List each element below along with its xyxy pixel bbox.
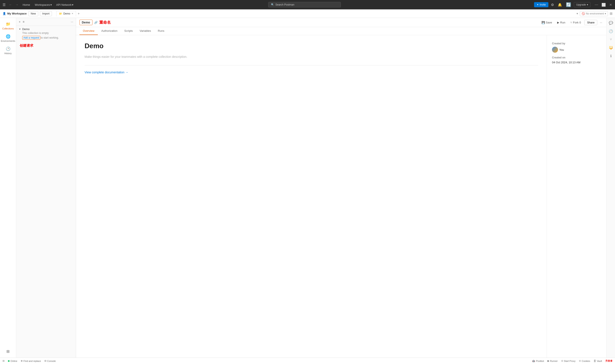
tab-overview[interactable]: Overview bbox=[79, 27, 98, 35]
collection-title: Demo bbox=[84, 42, 538, 50]
import-button[interactable]: Import bbox=[40, 11, 52, 16]
content-tabs: Overview Authorization Scripts Variables… bbox=[76, 27, 606, 35]
history-icon: 🕐 bbox=[6, 47, 11, 51]
forward-arrow[interactable]: → bbox=[14, 2, 19, 7]
chinese-create-label: 创建请求 bbox=[16, 42, 76, 50]
save-button[interactable]: 💾 Save bbox=[540, 20, 554, 25]
new-button[interactable]: New bbox=[28, 11, 38, 16]
run-button[interactable]: ▶ Run bbox=[555, 20, 567, 25]
find-replace-button[interactable]: ⊕ Find and replace bbox=[21, 360, 41, 362]
sidebar-item-apps[interactable]: ⊞ bbox=[1, 347, 15, 356]
tab-bar: 📁 Demo ✕ + bbox=[56, 11, 575, 16]
comments-icon[interactable]: 💬 bbox=[608, 20, 614, 26]
right-info: Created by You Created on 04 Oct 2024, 1… bbox=[547, 35, 606, 358]
search-bar: 🔍 Search Postman bbox=[76, 2, 533, 7]
tab-variables[interactable]: Variables bbox=[136, 27, 154, 35]
fork-button[interactable]: ⑂ Fork 0 bbox=[569, 20, 583, 25]
console-icon: ⊟ bbox=[44, 360, 46, 362]
fork-right-icon[interactable]: 🔱 bbox=[608, 44, 614, 51]
proxy-icon: ⊙ bbox=[561, 360, 563, 362]
add-tab-button[interactable]: + bbox=[76, 11, 81, 16]
cookies-icon: ⊙ bbox=[579, 360, 581, 362]
sidebar-item-collections[interactable]: 📁 Collections bbox=[1, 20, 15, 32]
bottom-right: 🤖 Postbot ▶ Runner ⊙ Start Proxy ⊙ Cooki… bbox=[532, 359, 613, 363]
postbot-button[interactable]: 🤖 Postbot bbox=[532, 360, 544, 362]
workspace-bar: 👤 My Workspace New Import 📁 Demo ✕ + ▾ 🚫… bbox=[0, 9, 615, 18]
cookies-button[interactable]: ⊙ Cookies bbox=[579, 360, 590, 362]
chinese-annotation: 升发者 bbox=[605, 359, 613, 363]
avatar bbox=[552, 47, 558, 53]
main-panel: Demo 🔗 重命名 💾 Save ▶ Run ⑂ Fork 0 Share bbox=[76, 18, 606, 358]
chevron-down-icon: ▾ bbox=[605, 12, 606, 15]
upgrade-button[interactable]: Upgrade ▾ bbox=[574, 2, 590, 7]
vault-icon: 🗄 bbox=[594, 360, 596, 362]
environment-selector[interactable]: 🚫 No environment ▾ bbox=[580, 11, 608, 16]
chevron-down-icon: ▾ bbox=[587, 3, 588, 6]
share-button[interactable]: Share bbox=[584, 20, 597, 25]
created-on-label: Created on bbox=[552, 56, 601, 59]
online-status: Online bbox=[8, 360, 17, 362]
content-divider bbox=[84, 65, 538, 65]
tab-close-icon[interactable]: ✕ bbox=[71, 12, 73, 15]
rename-label: 重命名 bbox=[99, 20, 111, 25]
sidebar-item-environments[interactable]: 🌐 Environments bbox=[1, 32, 15, 44]
sidebar-item-history[interactable]: 🕐 History bbox=[1, 44, 15, 57]
link-icon[interactable]: 🔗 bbox=[94, 21, 98, 24]
chevron-down-icon[interactable]: ▾ bbox=[577, 12, 578, 15]
right-controls: ▾ 🚫 No environment ▾ ⊞ bbox=[577, 11, 613, 16]
invite-button[interactable]: ✦ Invite bbox=[534, 2, 548, 7]
apps-icon: ⊞ bbox=[6, 349, 10, 354]
back-arrow[interactable]: ← bbox=[8, 2, 13, 7]
demo-tab[interactable]: 📁 Demo ✕ bbox=[56, 11, 76, 16]
vault-button[interactable]: 🗄 Vault bbox=[594, 360, 602, 362]
doc-link[interactable]: View complete documentation → bbox=[84, 71, 128, 74]
home-nav[interactable]: Home bbox=[21, 2, 32, 7]
created-by-value: You bbox=[559, 48, 564, 52]
created-by-row: You bbox=[552, 47, 601, 53]
close-button[interactable]: ✕ bbox=[608, 2, 613, 7]
search-input[interactable]: 🔍 Search Postman bbox=[268, 2, 341, 7]
save-icon: 💾 bbox=[542, 21, 545, 24]
maximize-button[interactable]: ⬜ bbox=[600, 2, 607, 7]
topbar: ☰ ← → Home Workspaces ▾ API Network ▾ 🔍 … bbox=[0, 0, 615, 9]
content-main: Demo Make things easier for your teammat… bbox=[76, 35, 547, 358]
postman-logo: 🔄 bbox=[565, 1, 573, 8]
tab-runs[interactable]: Runs bbox=[154, 27, 168, 35]
tab-authorization[interactable]: Authorization bbox=[98, 27, 121, 35]
topbar-right: ✦ Invite ⚙ 🔔 🔄 Upgrade ▾ — ⬜ ✕ bbox=[534, 1, 613, 8]
no-env-icon: 🚫 bbox=[582, 12, 585, 15]
console-button[interactable]: ⊟ Console bbox=[44, 360, 56, 362]
minimize-button[interactable]: — bbox=[593, 2, 600, 7]
main-area: 📁 Collections 🌐 Environments 🕐 History ⊞… bbox=[0, 18, 615, 358]
collection-description: Make things easier for your teammates wi… bbox=[84, 55, 538, 58]
sidebar: 📁 Collections 🌐 Environments 🕐 History ⊞ bbox=[0, 18, 16, 358]
header-actions: 💾 Save ▶ Run ⑂ Fork 0 Share ··· bbox=[540, 20, 603, 25]
api-network-nav[interactable]: API Network ▾ bbox=[55, 2, 75, 7]
collection-tab-name: Demo bbox=[79, 20, 92, 25]
status-indicator: ⊟ bbox=[2, 360, 4, 362]
runner-button[interactable]: ▶ Runner bbox=[547, 360, 558, 362]
add-request-link[interactable]: Add a request bbox=[22, 36, 40, 40]
topbar-left: ☰ ← → Home Workspaces ▾ API Network ▾ bbox=[2, 2, 75, 8]
sort-icon[interactable]: ≡ bbox=[22, 20, 25, 24]
tab-icon: 📁 bbox=[59, 12, 62, 15]
menu-icon[interactable]: ☰ bbox=[2, 2, 6, 8]
start-proxy-button[interactable]: ⊙ Start Proxy bbox=[561, 360, 575, 362]
collections-icon: 📁 bbox=[6, 22, 11, 26]
settings-icon[interactable]: ⚙ bbox=[550, 2, 555, 8]
layout-icon[interactable]: ⊞ bbox=[610, 12, 613, 15]
more-options-icon[interactable]: ··· bbox=[70, 20, 74, 24]
info-icon[interactable]: ℹ bbox=[609, 53, 613, 59]
panel-header: + ≡ ··· bbox=[16, 18, 76, 26]
more-options-button[interactable]: ··· bbox=[599, 20, 603, 25]
postbot-icon: 🤖 bbox=[532, 360, 535, 362]
add-collection-icon[interactable]: + bbox=[18, 20, 21, 24]
bell-icon[interactable]: 🔔 bbox=[557, 2, 563, 8]
history-right-icon[interactable]: 🕐 bbox=[608, 28, 614, 35]
tab-scripts[interactable]: Scripts bbox=[121, 27, 136, 35]
collection-item-demo[interactable]: ▼ Demo This collection is empty Add a re… bbox=[16, 26, 76, 42]
workspaces-nav[interactable]: Workspaces ▾ bbox=[34, 2, 53, 7]
pull-requests-icon[interactable]: ⑂ bbox=[609, 36, 613, 43]
workspace-name: 👤 My Workspace bbox=[2, 12, 27, 15]
window-controls: — ⬜ ✕ bbox=[593, 2, 613, 7]
